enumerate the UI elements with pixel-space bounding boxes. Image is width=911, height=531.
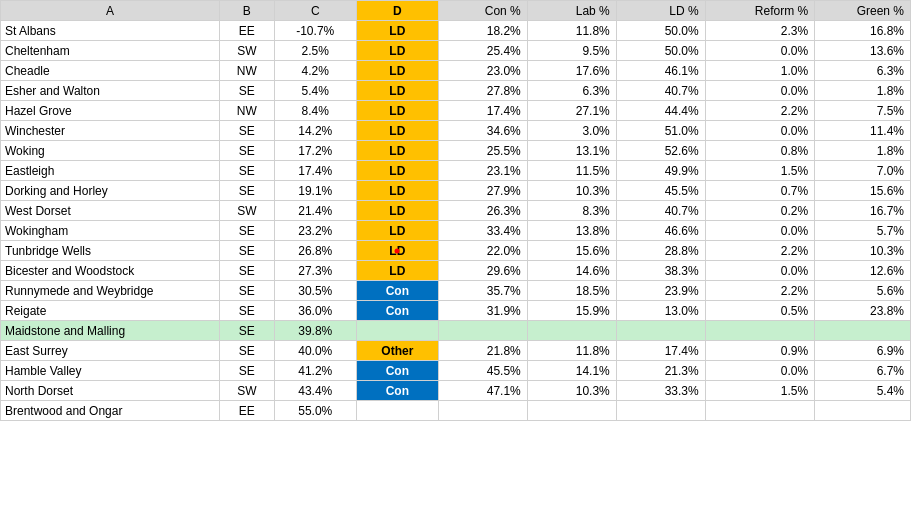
ld-pct: 46.1% — [616, 61, 705, 81]
swing-pct: 43.4% — [274, 381, 356, 401]
green-pct: 15.6% — [815, 181, 911, 201]
con-pct: 25.5% — [438, 141, 527, 161]
header-reform-pct[interactable]: Reform % — [705, 1, 814, 21]
reform-pct: 0.0% — [705, 41, 814, 61]
lab-pct: 3.0% — [527, 121, 616, 141]
party-2024: Other — [356, 341, 438, 361]
ld-pct: 40.7% — [616, 201, 705, 221]
con-pct: 25.4% — [438, 41, 527, 61]
con-pct: 45.5% — [438, 361, 527, 381]
table-row[interactable]: CheadleNW4.2%LD23.0%17.6%46.1%1.0%6.3% — [1, 61, 911, 81]
green-pct: 16.8% — [815, 21, 911, 41]
constituency-name: Winchester — [1, 121, 220, 141]
party-2024: LD — [356, 241, 438, 261]
lab-pct: 11.8% — [527, 341, 616, 361]
con-pct: 47.1% — [438, 381, 527, 401]
reform-pct: 2.2% — [705, 241, 814, 261]
green-pct: 1.8% — [815, 81, 911, 101]
ld-pct: 49.9% — [616, 161, 705, 181]
ld-pct: 50.0% — [616, 21, 705, 41]
green-pct: 6.7% — [815, 361, 911, 381]
header-col-b[interactable]: B — [219, 1, 274, 21]
region-code: EE — [219, 401, 274, 421]
reform-pct: 0.0% — [705, 121, 814, 141]
party-2024: LD — [356, 61, 438, 81]
lab-pct: 11.5% — [527, 161, 616, 181]
constituency-name: Hamble Valley — [1, 361, 220, 381]
table-row[interactable]: Bicester and WoodstockSE27.3%LD29.6%14.6… — [1, 261, 911, 281]
con-pct: 35.7% — [438, 281, 527, 301]
constituency-name: Maidstone and Malling — [1, 321, 220, 341]
reform-pct: 0.9% — [705, 341, 814, 361]
ld-pct — [616, 321, 705, 341]
header-col-d[interactable]: D — [356, 1, 438, 21]
table-row[interactable]: WokinghamSE23.2%LD33.4%13.8%46.6%0.0%5.7… — [1, 221, 911, 241]
reform-pct — [705, 321, 814, 341]
ld-pct: 38.3% — [616, 261, 705, 281]
region-code: SW — [219, 201, 274, 221]
header-con-pct[interactable]: Con % — [438, 1, 527, 21]
region-code: SE — [219, 241, 274, 261]
table-row[interactable]: WokingSE17.2%LD25.5%13.1%52.6%0.8%1.8% — [1, 141, 911, 161]
header-ld-pct[interactable]: LD % — [616, 1, 705, 21]
constituency-name: Wokingham — [1, 221, 220, 241]
header-lab-pct[interactable]: Lab % — [527, 1, 616, 21]
table-row[interactable]: St AlbansEE-10.7%LD18.2%11.8%50.0%2.3%16… — [1, 21, 911, 41]
table-row[interactable]: Hazel GroveNW8.4%LD17.4%27.1%44.4%2.2%7.… — [1, 101, 911, 121]
swing-pct: 19.1% — [274, 181, 356, 201]
table-row[interactable]: North DorsetSW43.4%Con47.1%10.3%33.3%1.5… — [1, 381, 911, 401]
party-2024: Con — [356, 301, 438, 321]
header-green-pct[interactable]: Green % — [815, 1, 911, 21]
table-row[interactable]: Dorking and HorleySE19.1%LD27.9%10.3%45.… — [1, 181, 911, 201]
table-row[interactable]: Brentwood and OngarEE55.0% — [1, 401, 911, 421]
table-row[interactable]: Tunbridge WellsSE26.8%LD22.0%15.6%28.8%2… — [1, 241, 911, 261]
table-row[interactable]: East SurreySE40.0%Other21.8%11.8%17.4%0.… — [1, 341, 911, 361]
table-row[interactable]: Maidstone and MallingSE39.8% — [1, 321, 911, 341]
swing-pct: 40.0% — [274, 341, 356, 361]
table-row[interactable]: Runnymede and WeybridgeSE30.5%Con35.7%18… — [1, 281, 911, 301]
green-pct: 5.7% — [815, 221, 911, 241]
table-row[interactable]: EastleighSE17.4%LD23.1%11.5%49.9%1.5%7.0… — [1, 161, 911, 181]
party-2024: LD — [356, 221, 438, 241]
party-2024: LD — [356, 81, 438, 101]
swing-pct: 26.8% — [274, 241, 356, 261]
party-2024: LD — [356, 101, 438, 121]
con-pct: 34.6% — [438, 121, 527, 141]
header-col-a[interactable]: A — [1, 1, 220, 21]
region-code: SE — [219, 181, 274, 201]
green-pct: 16.7% — [815, 201, 911, 221]
header-col-c[interactable]: C — [274, 1, 356, 21]
green-pct: 11.4% — [815, 121, 911, 141]
ld-pct: 28.8% — [616, 241, 705, 261]
swing-pct: 55.0% — [274, 401, 356, 421]
table-row[interactable]: West DorsetSW21.4%LD26.3%8.3%40.7%0.2%16… — [1, 201, 911, 221]
reform-pct: 2.2% — [705, 101, 814, 121]
lab-pct: 8.3% — [527, 201, 616, 221]
con-pct: 18.2% — [438, 21, 527, 41]
ld-pct: 17.4% — [616, 341, 705, 361]
swing-pct: 27.3% — [274, 261, 356, 281]
con-pct: 31.9% — [438, 301, 527, 321]
constituency-name: Dorking and Horley — [1, 181, 220, 201]
party-2024: LD — [356, 21, 438, 41]
table-row[interactable]: WinchesterSE14.2%LD34.6%3.0%51.0%0.0%11.… — [1, 121, 911, 141]
ld-pct — [616, 401, 705, 421]
swing-pct: 5.4% — [274, 81, 356, 101]
ld-pct: 33.3% — [616, 381, 705, 401]
lab-pct: 14.6% — [527, 261, 616, 281]
green-pct: 5.4% — [815, 381, 911, 401]
lab-pct: 13.1% — [527, 141, 616, 161]
data-table: A B C D Con % Lab % LD % Reform % Green … — [0, 0, 911, 421]
region-code: SE — [219, 361, 274, 381]
constituency-name: St Albans — [1, 21, 220, 41]
reform-pct: 1.5% — [705, 161, 814, 181]
lab-pct: 6.3% — [527, 81, 616, 101]
table-row[interactable]: CheltenhamSW2.5%LD25.4%9.5%50.0%0.0%13.6… — [1, 41, 911, 61]
region-code: SW — [219, 381, 274, 401]
swing-pct: 41.2% — [274, 361, 356, 381]
table-row[interactable]: ReigateSE36.0%Con31.9%15.9%13.0%0.5%23.8… — [1, 301, 911, 321]
green-pct — [815, 401, 911, 421]
table-row[interactable]: Hamble ValleySE41.2%Con45.5%14.1%21.3%0.… — [1, 361, 911, 381]
table-row[interactable]: Esher and WaltonSE5.4%LD27.8%6.3%40.7%0.… — [1, 81, 911, 101]
con-pct: 33.4% — [438, 221, 527, 241]
